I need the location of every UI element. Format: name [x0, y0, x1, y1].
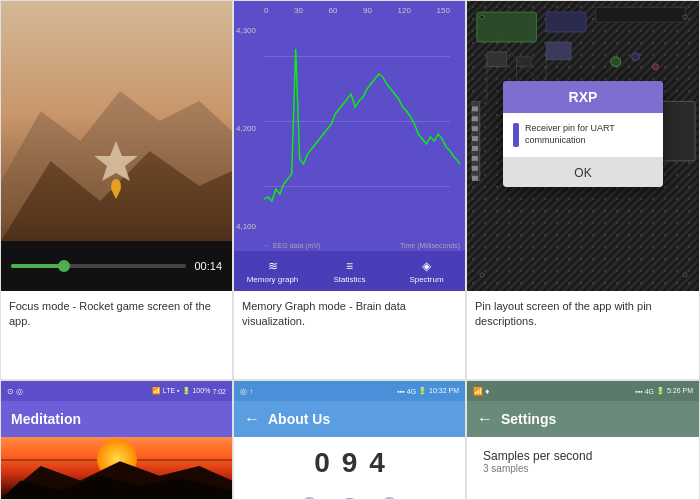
progress-dot	[58, 260, 70, 272]
statistics-icon: ≡	[346, 259, 353, 273]
progress-bar-area: 00:14	[1, 241, 232, 291]
svg-point-14	[632, 53, 640, 61]
memory-graph-icon: ≋	[268, 259, 278, 273]
pin-layout-card: RXP Receiver pin for UART communication …	[466, 0, 700, 380]
pin-layout-screenshot: RXP Receiver pin for UART communication …	[467, 1, 699, 291]
graph-tabs[interactable]: ≋ Memory graph ≡ Statistics ◈ Spectrum	[234, 251, 465, 291]
dialog-body: Receiver pin for UART communication	[503, 113, 663, 157]
about-number-1: 9	[342, 449, 358, 477]
progress-fill	[11, 264, 64, 268]
settings-status-right: ▪▪▪ 4G 🔋 5:26 PM	[635, 387, 693, 395]
settings-status-left: 📶 ♦	[473, 387, 489, 396]
about-number-0: 0	[314, 449, 330, 477]
svg-point-41	[338, 498, 362, 499]
about-status-right: ▪▪▪ 4G 🔋 10:32 PM	[397, 387, 459, 395]
meditation-card: ⊙ ◎ 📶 LTE ▪ 🔋 100% 7:02 Meditation	[0, 380, 233, 500]
meditation-title: Meditation	[11, 411, 81, 427]
about-us-card: ◎ ↑ ▪▪▪ 4G 🔋 10:32 PM ← About Us 0 9 4	[233, 380, 466, 500]
svg-rect-8	[546, 12, 586, 32]
circuit-board-bg: RXP Receiver pin for UART communication …	[467, 1, 699, 291]
pin-layout-caption: Pin layout screen of the app with pin de…	[467, 291, 699, 380]
focus-mode-card: 00:14 Focus mode - Rocket game screen of…	[0, 0, 233, 380]
rxp-dialog: RXP Receiver pin for UART communication …	[503, 81, 663, 187]
svg-rect-27	[472, 166, 478, 171]
svg-rect-23	[472, 126, 478, 131]
settings-back-arrow-icon[interactable]: ←	[477, 410, 493, 428]
dialog-indicator	[513, 123, 519, 147]
svg-rect-26	[472, 156, 478, 161]
about-us-header: ← About Us	[234, 401, 465, 437]
svg-rect-28	[472, 176, 478, 181]
settings-content: Samples per second 3 samples	[467, 437, 699, 499]
meditation-header: Meditation	[1, 401, 232, 437]
memory-graph-card: 4,300 4,200 4,100 0 30 60 90 120 150 ← E…	[233, 0, 466, 380]
about-number-2: 4	[369, 449, 385, 477]
about-numbers-row: 0 9 4	[242, 445, 457, 481]
about-us-content: 0 9 4	[234, 437, 465, 499]
svg-point-18	[480, 273, 484, 277]
svg-point-42	[302, 497, 318, 499]
svg-point-19	[683, 273, 687, 277]
dialog-title: RXP	[503, 81, 663, 113]
about-us-title: About Us	[268, 411, 330, 427]
svg-rect-7	[477, 12, 536, 42]
about-status-left: ◎ ↑	[240, 387, 253, 396]
meditation-mountains	[1, 437, 232, 499]
about-status-bar: ◎ ↑ ▪▪▪ 4G 🔋 10:32 PM	[234, 381, 465, 401]
svg-point-43	[382, 497, 398, 499]
svg-point-16	[480, 15, 484, 19]
memory-graph-caption: Memory Graph mode - Brain data visualiza…	[234, 291, 465, 380]
settings-card: 📶 ♦ ▪▪▪ 4G 🔋 5:26 PM ← Settings Samples …	[466, 380, 700, 500]
settings-status-bar: 📶 ♦ ▪▪▪ 4G 🔋 5:26 PM	[467, 381, 699, 401]
svg-rect-24	[472, 136, 478, 141]
status-left: ⊙ ◎	[7, 387, 23, 396]
svg-rect-21	[472, 106, 478, 111]
svg-rect-10	[487, 52, 507, 67]
molecule-decoration	[242, 485, 457, 499]
dialog-footer[interactable]: OK	[503, 157, 663, 187]
svg-point-15	[652, 64, 658, 70]
playback-time: 00:14	[194, 260, 222, 272]
time-axis-label: Time (Milliseconds)	[400, 242, 460, 249]
tab-statistics[interactable]: ≡ Statistics	[311, 259, 388, 284]
status-right: 📶 LTE ▪ 🔋 100% 7:02	[152, 387, 226, 395]
svg-rect-12	[546, 42, 571, 60]
tab-memory-graph[interactable]: ≋ Memory graph	[234, 259, 311, 284]
y-axis-labels: 4,300 4,200 4,100	[236, 26, 256, 231]
svg-rect-22	[472, 116, 478, 121]
eeg-chart	[264, 19, 460, 239]
focus-mode-caption: Focus mode - Rocket game screen of the a…	[1, 291, 232, 380]
svg-rect-25	[472, 146, 478, 151]
focus-mode-screenshot: 00:14	[1, 1, 232, 291]
x-axis-labels: 0 30 60 90 120 150	[264, 6, 450, 15]
settings-value: 3 samples	[483, 463, 683, 474]
progress-track	[11, 264, 186, 268]
back-arrow-icon[interactable]: ←	[244, 410, 260, 428]
svg-point-13	[611, 57, 621, 67]
svg-point-17	[683, 15, 687, 19]
settings-title: Settings	[501, 411, 556, 427]
settings-header: ← Settings	[467, 401, 699, 437]
meditation-status-bar: ⊙ ◎ 📶 LTE ▪ 🔋 100% 7:02	[1, 381, 232, 401]
settings-label: Samples per second	[483, 449, 683, 463]
dialog-body-text: Receiver pin for UART communication	[525, 123, 653, 146]
svg-rect-9	[596, 7, 685, 22]
dialog-ok-button[interactable]: OK	[574, 166, 591, 180]
tab-spectrum[interactable]: ◈ Spectrum	[388, 259, 465, 284]
meditation-bg	[1, 437, 232, 499]
meditation-content	[1, 437, 232, 499]
memory-graph-screenshot: 4,300 4,200 4,100 0 30 60 90 120 150 ← E…	[234, 1, 465, 291]
eeg-axis-label: ← EEG data (mV)	[264, 242, 320, 249]
settings-item: Samples per second 3 samples	[475, 445, 691, 478]
spectrum-icon: ◈	[422, 259, 431, 273]
